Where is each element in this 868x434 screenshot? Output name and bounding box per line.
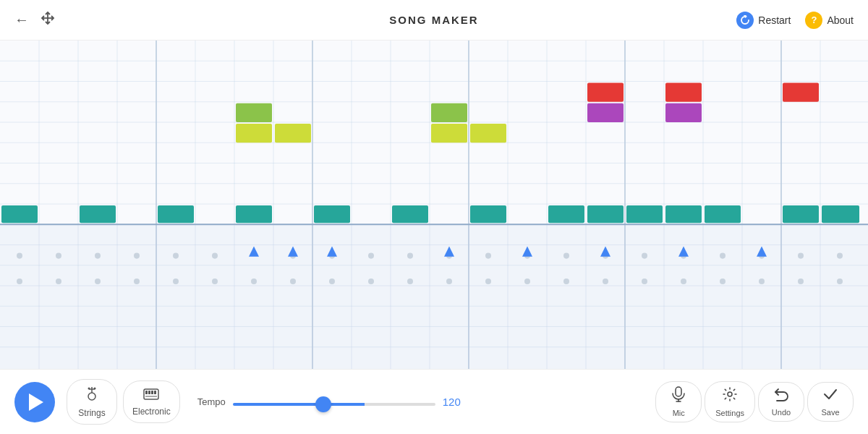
svg-point-87 — [837, 278, 843, 284]
tempo-slider[interactable] — [233, 403, 435, 406]
svg-rect-95 — [148, 391, 150, 394]
note-purple-1 — [587, 103, 624, 122]
electronic-button[interactable]: Electronic — [123, 380, 180, 423]
perc-12 — [705, 205, 741, 223]
header-right: Restart ? About — [736, 12, 854, 29]
play-button[interactable] — [14, 382, 55, 422]
svg-point-61 — [681, 253, 686, 259]
note-yellow-2 — [275, 124, 311, 142]
svg-point-84 — [720, 278, 726, 284]
undo-label: Undo — [772, 408, 791, 417]
svg-point-59 — [603, 253, 608, 259]
svg-point-79 — [524, 278, 530, 284]
perc-6 — [392, 205, 428, 223]
about-button[interactable]: ? About — [805, 12, 854, 29]
tempo-label: Tempo — [197, 396, 226, 407]
svg-point-91 — [88, 388, 90, 390]
svg-point-60 — [642, 253, 647, 259]
svg-point-71 — [212, 278, 218, 284]
perc-11 — [665, 205, 702, 223]
svg-rect-3 — [0, 41, 868, 224]
svg-rect-96 — [151, 391, 153, 394]
beat-triangle-6 — [600, 247, 610, 257]
svg-point-81 — [603, 278, 608, 284]
perc-7 — [470, 205, 506, 223]
perc-14 — [822, 205, 859, 223]
svg-point-82 — [642, 278, 647, 284]
perc-13 — [783, 205, 819, 223]
svg-rect-94 — [145, 391, 148, 394]
mic-icon — [671, 386, 686, 406]
svg-point-69 — [134, 278, 140, 284]
save-button[interactable]: Save — [807, 382, 854, 422]
electronic-label: Electronic — [132, 407, 171, 417]
note-green-2 — [431, 103, 467, 122]
beat-triangle-4 — [444, 247, 454, 257]
note-red-2 — [665, 83, 702, 102]
right-controls: Mic Settings Undo — [655, 381, 854, 422]
tempo-group: Tempo 120 — [197, 396, 656, 409]
svg-point-67 — [56, 278, 61, 284]
about-icon: ? — [805, 12, 822, 29]
svg-point-55 — [446, 253, 452, 259]
electronic-icon — [143, 387, 159, 404]
svg-point-57 — [524, 253, 530, 259]
strings-button[interactable]: Strings — [67, 379, 117, 425]
play-icon — [29, 393, 43, 411]
svg-point-58 — [563, 253, 569, 259]
page-title: SONG MAKER — [389, 14, 478, 26]
header-left: ← — [14, 11, 55, 29]
move-button[interactable] — [41, 11, 55, 29]
undo-icon — [773, 387, 789, 405]
svg-point-66 — [17, 278, 22, 284]
svg-point-47 — [95, 253, 101, 259]
svg-point-49 — [173, 253, 179, 259]
svg-point-85 — [759, 278, 765, 284]
svg-point-46 — [56, 253, 61, 259]
svg-point-53 — [368, 253, 374, 259]
mic-button[interactable]: Mic — [655, 381, 702, 422]
settings-button[interactable]: Settings — [705, 381, 755, 422]
back-button[interactable]: ← — [14, 12, 29, 28]
svg-point-50 — [212, 253, 218, 259]
note-yellow-4 — [470, 124, 506, 142]
beat-triangle-7 — [678, 247, 689, 257]
svg-point-68 — [95, 278, 101, 284]
svg-point-86 — [798, 278, 804, 284]
beat-triangle-1 — [249, 247, 259, 257]
strings-icon — [84, 386, 100, 405]
perc-3 — [158, 205, 194, 223]
svg-point-80 — [563, 278, 569, 284]
note-yellow-1 — [236, 124, 272, 142]
strings-label: Strings — [78, 408, 105, 418]
svg-point-70 — [173, 278, 179, 284]
svg-point-65 — [837, 253, 843, 259]
instrument-group: Strings Electronic — [67, 379, 180, 425]
svg-point-72 — [251, 278, 257, 284]
toolbar: Strings Electronic Tempo 120 — [0, 369, 868, 434]
perc-4 — [236, 205, 272, 223]
perc-5 — [314, 205, 350, 223]
svg-rect-2 — [0, 41, 868, 369]
restart-button[interactable]: Restart — [736, 12, 791, 29]
undo-button[interactable]: Undo — [758, 382, 804, 422]
svg-point-83 — [681, 278, 686, 284]
beat-triangle-8 — [757, 247, 767, 257]
main-grid-area[interactable] — [0, 41, 868, 369]
svg-point-102 — [728, 392, 732, 396]
tempo-slider-wrapper — [233, 396, 435, 409]
svg-point-88 — [88, 393, 95, 400]
svg-point-52 — [329, 253, 335, 259]
perc-2 — [80, 205, 116, 223]
svg-point-54 — [407, 253, 413, 259]
mic-label: Mic — [673, 409, 685, 417]
perc-1 — [1, 205, 38, 223]
perc-9 — [587, 205, 624, 223]
svg-point-77 — [446, 278, 452, 284]
svg-point-45 — [17, 253, 22, 259]
save-label: Save — [821, 408, 839, 417]
settings-icon — [722, 386, 738, 406]
svg-point-78 — [485, 278, 491, 284]
svg-point-74 — [329, 278, 335, 284]
svg-point-73 — [290, 278, 296, 284]
